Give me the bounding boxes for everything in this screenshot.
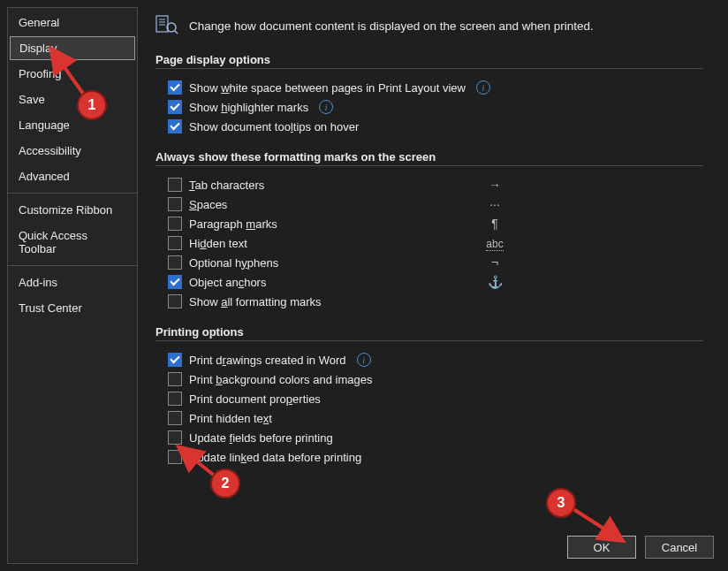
checkbox[interactable] — [168, 353, 182, 367]
option-row: Show highlighter marks — [168, 97, 703, 117]
page-header: Change how document content is displayed… — [155, 14, 703, 37]
section-title-page-display: Page display options — [155, 53, 703, 66]
svg-rect-0 — [156, 16, 168, 32]
option-row: Print drawings created in Word — [168, 350, 703, 369]
option-row: Tab characters→ — [168, 175, 703, 194]
info-icon[interactable] — [319, 100, 333, 114]
annotation-badge-1: 1 — [77, 90, 107, 120]
option-row: Spaces··· — [168, 194, 703, 214]
option-row: Show white space between pages in Print … — [168, 78, 703, 97]
ok-button[interactable]: OK — [567, 536, 636, 559]
info-icon[interactable] — [476, 80, 490, 95]
page-display-icon — [155, 14, 178, 37]
option-label[interactable]: Update fields before printing — [189, 431, 333, 445]
option-row: Update fields before printing — [168, 428, 703, 447]
checkbox[interactable] — [168, 197, 182, 211]
checkbox[interactable] — [168, 430, 182, 445]
sidebar-item-advanced[interactable]: Advanced — [8, 164, 137, 189]
annotation-badge-2: 2 — [210, 468, 240, 499]
option-row: Print hidden text — [168, 408, 703, 428]
option-row: Paragraph marks¶ — [168, 214, 703, 233]
formatting-mark-symbol: abc — [486, 236, 504, 250]
checkbox[interactable] — [168, 294, 182, 308]
formatting-mark-symbol: ⚓ — [486, 275, 504, 289]
sidebar-item-language[interactable]: Language — [8, 112, 137, 138]
settings-sidebar: General Display Proofing Save Language A… — [7, 7, 138, 564]
option-label[interactable]: Print document properties — [189, 392, 321, 406]
section-separator — [155, 68, 703, 69]
checkbox[interactable] — [168, 255, 182, 270]
sidebar-item-quick-access-toolbar[interactable]: Quick Access Toolbar — [8, 223, 137, 262]
checkbox[interactable] — [168, 100, 182, 114]
option-row: Show all formatting marks — [168, 292, 703, 311]
dialog-footer: OK Cancel — [567, 536, 714, 559]
info-icon[interactable] — [357, 353, 371, 367]
option-row: Object anchors⚓ — [168, 272, 703, 292]
option-label[interactable]: Tab characters — [189, 179, 264, 192]
section-separator — [155, 165, 703, 166]
sidebar-item-display[interactable]: Display — [10, 36, 135, 60]
option-row: Print document properties — [168, 389, 703, 408]
checkbox[interactable] — [168, 450, 182, 464]
formatting-mark-symbol: → — [486, 178, 504, 192]
formatting-marks-options: Tab characters→Spaces···Paragraph marks¶… — [155, 175, 703, 311]
option-label[interactable]: Print drawings created in Word — [189, 354, 346, 367]
sidebar-item-add-ins[interactable]: Add-ins — [8, 270, 137, 295]
cancel-button[interactable]: Cancel — [645, 536, 714, 559]
formatting-mark-symbol: ¶ — [486, 217, 504, 231]
sidebar-item-accessibility[interactable]: Accessibility — [8, 138, 137, 164]
option-label[interactable]: Print background colors and images — [189, 373, 372, 386]
annotation-badge-3: 3 — [546, 488, 576, 518]
sidebar-separator — [8, 193, 137, 194]
section-separator — [155, 340, 703, 341]
option-label[interactable]: Show all formatting marks — [189, 295, 322, 308]
sidebar-item-save[interactable]: Save — [8, 87, 137, 112]
section-title-formatting-marks: Always show these formatting marks on th… — [155, 150, 703, 164]
option-label[interactable]: Show white space between pages in Print … — [189, 81, 466, 95]
option-row: Hidden textabc — [168, 233, 703, 253]
sidebar-item-general[interactable]: General — [8, 10, 137, 35]
option-label[interactable]: Optional hyphens — [189, 256, 278, 270]
formatting-mark-symbol: ¬ — [486, 255, 504, 270]
option-label[interactable]: Object anchors — [189, 276, 266, 289]
option-label[interactable]: Spaces — [189, 198, 227, 211]
option-row: Optional hyphens¬ — [168, 253, 703, 272]
formatting-mark-symbol: ··· — [486, 197, 504, 211]
option-label[interactable]: Hidden text — [189, 237, 247, 250]
svg-line-5 — [175, 31, 178, 34]
checkbox[interactable] — [168, 178, 182, 192]
page-subtitle: Change how document content is displayed… — [189, 19, 594, 33]
page-display-options: Show white space between pages in Print … — [155, 78, 703, 136]
option-label[interactable]: Update linked data before printing — [189, 451, 361, 464]
checkbox[interactable] — [168, 236, 182, 250]
checkbox[interactable] — [168, 392, 182, 406]
sidebar-item-proofing[interactable]: Proofing — [8, 61, 137, 87]
option-label[interactable]: Show document tooltips on hover — [189, 120, 359, 133]
option-row: Update linked data before printing — [168, 447, 703, 467]
option-row: Show document tooltips on hover — [168, 117, 703, 136]
checkbox[interactable] — [168, 372, 182, 386]
sidebar-separator — [8, 265, 137, 266]
checkbox[interactable] — [168, 275, 182, 289]
sidebar-item-trust-center[interactable]: Trust Center — [8, 295, 137, 321]
checkbox[interactable] — [168, 217, 182, 231]
option-label[interactable]: Show highlighter marks — [189, 101, 308, 114]
option-label[interactable]: Print hidden text — [189, 412, 272, 425]
checkbox[interactable] — [168, 411, 182, 425]
section-title-printing: Printing options — [155, 325, 703, 339]
checkbox[interactable] — [168, 119, 182, 133]
printing-options: Print drawings created in WordPrint back… — [155, 350, 703, 467]
sidebar-item-customize-ribbon[interactable]: Customize Ribbon — [8, 197, 137, 223]
option-row: Print background colors and images — [168, 369, 703, 389]
checkbox[interactable] — [168, 80, 182, 95]
option-label[interactable]: Paragraph marks — [189, 217, 277, 231]
